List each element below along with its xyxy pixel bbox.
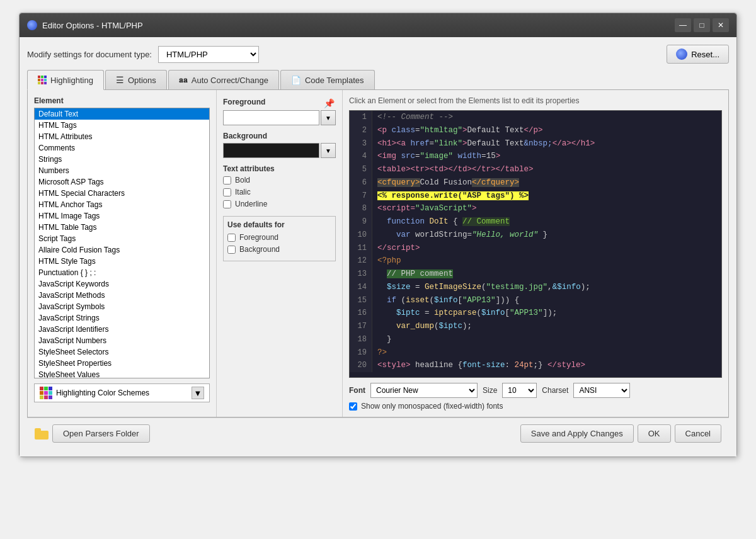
- reset-button[interactable]: Reset...: [667, 45, 729, 64]
- list-item[interactable]: Allaire Cold Fusion Tags: [35, 244, 209, 256]
- list-item[interactable]: Microsoft ASP Tags: [35, 176, 209, 188]
- monospace-checkbox[interactable]: [349, 402, 357, 411]
- line-content: $size = GetImageSize("testimg.jpg",&$inf…: [372, 281, 721, 294]
- list-item[interactable]: Numbers: [35, 165, 209, 176]
- italic-checkbox[interactable]: [223, 188, 231, 196]
- line-num: 1: [350, 111, 372, 124]
- tab-options[interactable]: ☰ Options: [105, 70, 167, 89]
- line-content: // PHP comment: [372, 268, 721, 281]
- line-num: 2: [350, 124, 372, 137]
- tab-autocorrect[interactable]: 𝐚𝐚 Auto Correct/Change: [168, 70, 279, 89]
- line-content: }: [372, 333, 721, 346]
- window-title: Editor Options - HTML/PHP: [42, 21, 143, 30]
- font-select[interactable]: Courier New Arial Consolas: [370, 383, 478, 398]
- doc-type-label: Modify settings for document type:: [27, 50, 152, 59]
- code-line-19: 19 ?>: [350, 346, 721, 360]
- font-label: Font: [349, 386, 365, 395]
- underline-checkbox[interactable]: [223, 200, 231, 208]
- code-line-18: 18 }: [350, 333, 721, 346]
- cancel-button[interactable]: Cancel: [675, 424, 721, 443]
- pin-button[interactable]: 📌: [322, 96, 336, 110]
- title-bar-left: Editor Options - HTML/PHP: [27, 20, 143, 30]
- italic-row: Italic: [223, 188, 336, 196]
- monospace-label: Show only monospaced (fixed-width) fonts: [361, 402, 503, 411]
- maximize-button[interactable]: □: [694, 18, 710, 32]
- line-num: 8: [350, 202, 372, 215]
- left-panel: Element Default Text HTML Tags HTML Attr…: [28, 90, 217, 417]
- code-line-12: 12 <?php: [350, 254, 721, 268]
- defaults-label: Use defaults for: [227, 220, 331, 229]
- line-num: 20: [350, 359, 372, 372]
- list-item[interactable]: Punctuation { } ; :: [35, 267, 209, 278]
- list-item[interactable]: JavaScript Keywords: [35, 278, 209, 290]
- list-item[interactable]: StyleSheet Selectors: [35, 346, 209, 358]
- close-button[interactable]: ✕: [713, 18, 729, 32]
- line-num: 9: [350, 215, 372, 229]
- tab-code-templates[interactable]: 📄 Code Templates: [280, 70, 375, 89]
- doc-type-select[interactable]: HTML/PHP CSS JavaScript: [158, 46, 259, 63]
- fg-default-checkbox[interactable]: [227, 234, 236, 242]
- line-content: <img src="image" width=15>: [372, 150, 721, 163]
- font-controls: Font Courier New Arial Consolas Size 8 9…: [349, 383, 722, 398]
- bold-row: Bold: [223, 176, 336, 184]
- list-item[interactable]: JavaScript Strings: [35, 312, 209, 324]
- list-item[interactable]: HTML Image Tags: [35, 210, 209, 222]
- code-line-7: 7 <% response.write("ASP tags") %>: [350, 190, 721, 203]
- list-item[interactable]: Comments: [35, 142, 209, 154]
- bg-default-checkbox[interactable]: [227, 246, 236, 254]
- background-picker-row: ▼: [223, 143, 336, 158]
- main-content: Element Default Text HTML Tags HTML Attr…: [27, 90, 729, 417]
- code-line-2: 2 <p class="htmltag">Default Text</p>: [350, 124, 721, 137]
- charset-select[interactable]: ANSI Unicode UTF-8: [573, 383, 630, 398]
- list-item[interactable]: Default Text: [35, 108, 209, 120]
- line-content: var_dump($iptc);: [372, 320, 721, 333]
- reset-icon: [676, 48, 687, 60]
- code-line-17: 17 var_dump($iptc);: [350, 320, 721, 333]
- line-content: </script>: [372, 242, 721, 255]
- list-item[interactable]: HTML Special Characters: [35, 188, 209, 199]
- list-item[interactable]: JavaScript Identifiers: [35, 324, 209, 335]
- color-scheme-dropdown[interactable]: ▼: [192, 387, 204, 399]
- bottom-bar: Open Parsers Folder Save and Apply Chang…: [27, 417, 729, 449]
- bold-label: Bold: [235, 176, 250, 184]
- tab-highlighting-label: Highlighting: [50, 76, 93, 85]
- list-item[interactable]: Script Tags: [35, 233, 209, 244]
- list-item[interactable]: HTML Anchor Tags: [35, 199, 209, 210]
- code-line-5: 5 <table><tr><td></td></tr></table>: [350, 163, 721, 176]
- title-bar: Editor Options - HTML/PHP — □ ✕: [20, 13, 736, 37]
- list-item[interactable]: JavaScript Numbers: [35, 335, 209, 346]
- line-num: 7: [350, 190, 372, 203]
- background-section: Background ▼: [223, 132, 336, 158]
- code-line-20: 20 <style> headline {font-size: 24pt;} <…: [350, 359, 721, 372]
- italic-label: Italic: [235, 188, 251, 196]
- minimize-button[interactable]: —: [675, 18, 691, 32]
- list-item[interactable]: HTML Style Tags: [35, 256, 209, 267]
- bold-checkbox[interactable]: [223, 176, 231, 184]
- list-item[interactable]: Strings: [35, 154, 209, 165]
- list-item[interactable]: HTML Attributes: [35, 131, 209, 142]
- background-dropdown-btn[interactable]: ▼: [321, 143, 336, 158]
- line-content: <p class="htmltag">Default Text</p>: [372, 124, 721, 137]
- list-item[interactable]: JavaScript Symbols: [35, 301, 209, 312]
- list-item[interactable]: StyleSheet Values: [35, 369, 209, 378]
- ok-button[interactable]: OK: [638, 424, 671, 443]
- list-item[interactable]: HTML Tags: [35, 120, 209, 131]
- color-scheme-row[interactable]: Highlighting Color Schemes ▼: [34, 383, 210, 402]
- code-line-8: 8 <script="JavaScript">: [350, 202, 721, 215]
- middle-panel: Foreground 📌 ▼ Background ▼: [217, 90, 343, 417]
- foreground-dropdown-btn[interactable]: ▼: [321, 110, 336, 125]
- code-line-1: 1 <!-- Comment -->: [350, 111, 721, 124]
- foreground-input[interactable]: [223, 110, 319, 125]
- line-num: 18: [350, 333, 372, 346]
- size-select[interactable]: 8 9 10 11 12 14: [502, 383, 537, 398]
- line-num: 10: [350, 229, 372, 242]
- element-list-container[interactable]: Default Text HTML Tags HTML Attributes C…: [34, 108, 210, 378]
- tab-highlighting[interactable]: Highlighting: [27, 70, 104, 90]
- save-apply-button[interactable]: Save and Apply Changes: [520, 424, 634, 443]
- line-num: 12: [350, 254, 372, 268]
- list-item[interactable]: StyleSheet Properties: [35, 358, 209, 369]
- open-parsers-button[interactable]: Open Parsers Folder: [52, 424, 150, 443]
- list-item[interactable]: HTML Table Tags: [35, 222, 209, 233]
- list-item[interactable]: JavaScript Methods: [35, 290, 209, 301]
- foreground-picker-row: ▼: [223, 110, 336, 125]
